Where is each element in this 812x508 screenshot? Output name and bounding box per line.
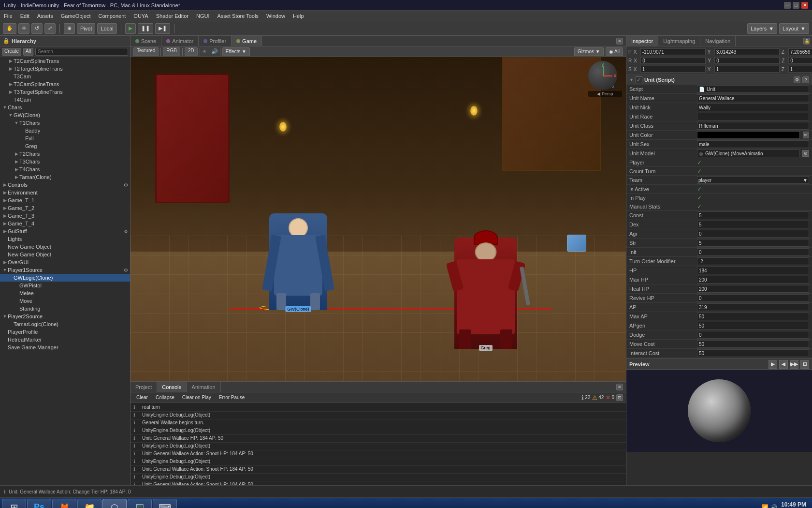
- textured-btn[interactable]: Textured: [133, 47, 159, 56]
- menu-component[interactable]: Component: [94, 12, 130, 20]
- play-button[interactable]: ▶: [125, 23, 136, 34]
- pos-z-input[interactable]: [788, 48, 812, 55]
- tab-scene[interactable]: Scene: [130, 36, 161, 46]
- console-entry-6[interactable]: ℹUnit: General Wallace Action: Shoot HP:…: [130, 450, 626, 458]
- console-entry-9[interactable]: ℹUnityEngine.Debug:Log(Object): [130, 474, 626, 481]
- tab-profiler[interactable]: Profiler: [199, 36, 232, 46]
- hierarchy-item-10[interactable]: Evil: [0, 134, 130, 142]
- create-btn[interactable]: Create: [2, 48, 21, 56]
- rot-y-input[interactable]: [714, 57, 780, 64]
- error-pause-btn[interactable]: Error Pause: [216, 394, 247, 402]
- console-entry-10[interactable]: ℹUnit: General Wallace Action: Shoot HP:…: [130, 481, 626, 485]
- center-tool-btn[interactable]: ⊕: [64, 23, 75, 34]
- hierarchy-item-19[interactable]: ▶Game_T_2: [0, 204, 130, 212]
- script-ref[interactable]: 📄 Unit: [697, 85, 809, 93]
- hierarchy-item-6[interactable]: ▼Chars: [0, 104, 130, 111]
- hierarchy-search[interactable]: [35, 48, 128, 56]
- hierarchy-item-9[interactable]: Baddy: [0, 127, 130, 134]
- hierarchy-item-22[interactable]: ▶GuiStuff⚙: [0, 227, 130, 235]
- hierarchy-item-1[interactable]: ▶T2TargetSplineTrans: [0, 65, 130, 73]
- hierarchy-item-21[interactable]: ▶Game_T_4: [0, 220, 130, 227]
- hierarchy-item-7[interactable]: ▼GW(Clone): [0, 111, 130, 119]
- tab-lightmapping[interactable]: Lightmapping: [658, 36, 700, 46]
- start-btn[interactable]: ⊞: [2, 499, 26, 508]
- menu-ouya[interactable]: OUYA: [130, 12, 152, 20]
- scale-x-input[interactable]: [640, 66, 706, 73]
- taskbar-folder-btn[interactable]: 📁: [77, 499, 102, 508]
- hierarchy-item-17[interactable]: ▶Environment: [0, 189, 130, 196]
- 2d-btn[interactable]: 2D: [185, 47, 198, 56]
- comp-info-btn[interactable]: ?: [802, 76, 809, 83]
- console-entry-7[interactable]: ℹUnityEngine.Debug:Log(Object): [130, 458, 626, 466]
- hierarchy-item-3[interactable]: ▶T3CamSplineTrans: [0, 80, 130, 88]
- comp-toggle[interactable]: ✓: [636, 76, 642, 83]
- pivot-btn[interactable]: Pivot: [77, 23, 95, 34]
- preview-forward-btn[interactable]: ▶▶: [790, 360, 798, 369]
- hierarchy-item-13[interactable]: ▶T3Chars: [0, 158, 130, 165]
- hierarchy-item-28[interactable]: GWLogic(Clone): [0, 274, 130, 282]
- hierarchy-item-26[interactable]: ▶OverGUI: [0, 258, 130, 266]
- hierarchy-item-4[interactable]: ▶T3TargetSplineTrans: [0, 88, 130, 96]
- hierarchy-item-16[interactable]: ▶Controls⚙: [0, 181, 130, 189]
- unit-comp-header[interactable]: ▼ ✓ Unit (Script) ⚙ ?: [626, 75, 812, 85]
- tab-animator[interactable]: Animator: [161, 36, 199, 46]
- comp-settings-btn[interactable]: ⚙: [794, 76, 800, 83]
- hierarchy-item-29[interactable]: GWPistol: [0, 282, 130, 289]
- hierarchy-item-23[interactable]: Lights: [0, 235, 130, 243]
- menu-gameobject[interactable]: GameObject: [57, 12, 95, 20]
- hierarchy-item-31[interactable]: Move: [0, 297, 130, 305]
- taskbar-ps-btn[interactable]: Ps: [27, 499, 51, 508]
- menu-shader-editor[interactable]: Shader Editor: [152, 12, 192, 20]
- tab-navigation[interactable]: Navigation: [700, 36, 736, 46]
- hand-tool-btn[interactable]: ✋: [3, 23, 16, 34]
- hierarchy-item-15[interactable]: ▶Tamar(Clone): [0, 173, 130, 181]
- layout-dropdown[interactable]: Layout ▼: [779, 23, 809, 34]
- console-entry-1[interactable]: ℹUnityEngine.Debug:Log(Object): [130, 412, 626, 419]
- hierarchy-item-20[interactable]: ▶Game_T_3: [0, 212, 130, 220]
- taskbar-cmd-btn[interactable]: ⌨: [153, 499, 177, 508]
- maximize-button[interactable]: □: [793, 2, 799, 9]
- console-entry-0[interactable]: ℹreal turn: [130, 404, 626, 412]
- hierarchy-item-8[interactable]: ▼T1Chars: [0, 119, 130, 127]
- hierarchy-item-37[interactable]: Save Game Manager: [0, 344, 130, 351]
- hierarchy-item-14[interactable]: ▶T4Chars: [0, 165, 130, 173]
- rotate-tool-btn[interactable]: ↺: [31, 23, 43, 34]
- step-button[interactable]: ▶❚: [155, 23, 170, 34]
- hierarchy-item-25[interactable]: New Game Object: [0, 251, 130, 258]
- clear-btn[interactable]: Clear: [133, 394, 151, 402]
- scale-tool-btn[interactable]: ⤢: [44, 23, 56, 34]
- viewport-close-btn[interactable]: ✕: [616, 38, 623, 45]
- hierarchy-item-34[interactable]: TamarLogic(Clone): [0, 320, 130, 328]
- tab-console[interactable]: Console: [157, 382, 187, 392]
- local-btn[interactable]: Local: [97, 23, 116, 34]
- console-entry-8[interactable]: ℹUnit: General Wallace Action: Shoot HP:…: [130, 466, 626, 474]
- menu-asset-store[interactable]: Asset Store Tools: [213, 12, 262, 20]
- pos-x-input[interactable]: [640, 48, 706, 55]
- menu-file[interactable]: File: [0, 12, 16, 20]
- all-dropdown[interactable]: ◉ All: [606, 47, 623, 56]
- pause-button[interactable]: ❚❚: [138, 23, 153, 34]
- hierarchy-item-35[interactable]: PlayerProfile: [0, 328, 130, 336]
- minimize-button[interactable]: ─: [784, 2, 791, 9]
- collapse-btn[interactable]: Collapse: [153, 394, 177, 402]
- menu-assets[interactable]: Assets: [33, 12, 57, 20]
- console-entry-2[interactable]: ℹGeneral Wallace begins turn.: [130, 419, 626, 427]
- menu-window[interactable]: Window: [262, 12, 289, 20]
- tab-game[interactable]: Game: [232, 36, 262, 46]
- hierarchy-item-12[interactable]: ▶T2Chars: [0, 150, 130, 158]
- hierarchy-item-11[interactable]: Greg: [0, 142, 130, 150]
- hierarchy-item-5[interactable]: T4Cam: [0, 96, 130, 104]
- hierarchy-item-18[interactable]: ▶Game_T_1: [0, 196, 130, 204]
- preview-play-btn[interactable]: ▶: [768, 360, 777, 369]
- hierarchy-item-24[interactable]: New Game Object: [0, 243, 130, 251]
- taskbar-misc-btn[interactable]: 💻: [128, 499, 152, 508]
- rot-z-input[interactable]: [788, 57, 812, 64]
- tab-animation[interactable]: Animation: [187, 382, 221, 392]
- menu-edit[interactable]: Edit: [16, 12, 33, 20]
- hierarchy-item-27[interactable]: ▼Player1Source⚙: [0, 266, 130, 274]
- layers-dropdown[interactable]: Layers ▼: [747, 23, 777, 34]
- all-btn[interactable]: All: [23, 48, 33, 56]
- hierarchy-item-32[interactable]: Standing: [0, 305, 130, 313]
- console-entry-5[interactable]: ℹUnityEngine.Debug:Log(Object): [130, 443, 626, 450]
- console-resize-btn[interactable]: ⊡: [616, 394, 623, 401]
